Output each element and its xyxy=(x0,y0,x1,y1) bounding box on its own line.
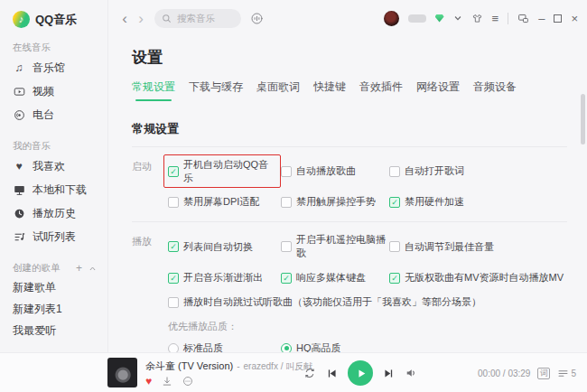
previous-track-icon[interactable] xyxy=(326,368,338,379)
time-display: 00:00 / 03:29 xyxy=(478,369,530,378)
checkbox-fade-in-out[interactable]: 开启音乐渐进渐出 xyxy=(168,271,281,285)
sidebar-item-my-best-loved[interactable]: 我最爱听 xyxy=(13,320,107,341)
sidebar-item-radio[interactable]: 电台 xyxy=(13,103,107,126)
sidebar-item-music-hall[interactable]: 音乐馆 xyxy=(13,56,107,79)
search-box[interactable] xyxy=(154,9,241,28)
video-icon xyxy=(13,86,25,98)
checkbox-checked-icon xyxy=(168,273,179,284)
qq-music-window: QQ音乐 在线音乐 音乐馆 视频 电台 xyxy=(0,0,587,392)
skin-theme-icon[interactable] xyxy=(471,13,483,24)
sidebar-item-video[interactable]: 视频 xyxy=(13,79,107,103)
checkbox-disable-touch-gestures[interactable]: 禁用触屏操控手势 xyxy=(281,195,389,209)
checkbox-play-mv-no-copyright[interactable]: 无版权歌曲有MV资源时自动播放MV xyxy=(389,271,564,285)
checkbox-disable-dpi[interactable]: 禁用屏幕DPI适配 xyxy=(168,195,281,209)
tab-network-settings[interactable]: 网络设置 xyxy=(416,79,460,101)
titlebar-separator xyxy=(508,13,508,24)
sidebar-item-play-history[interactable]: 播放历史 xyxy=(13,201,107,225)
checkbox-checked-icon xyxy=(168,241,179,252)
close-button[interactable] xyxy=(571,13,578,24)
sidebar-section-online-music: 在线音乐 xyxy=(13,42,107,54)
radio-selected-icon xyxy=(281,343,292,353)
song-artists[interactable]: erazedfx / 叫反献 xyxy=(244,360,313,373)
volume-icon[interactable] xyxy=(405,367,417,379)
tab-general-settings[interactable]: 常规设置 xyxy=(132,79,175,101)
forward-button[interactable] xyxy=(133,11,149,26)
minimize-button[interactable] xyxy=(538,13,545,24)
play-queue-button[interactable]: 5 xyxy=(557,368,576,379)
username-blurred xyxy=(408,14,426,23)
sidebar: QQ音乐 在线音乐 音乐馆 视频 电台 xyxy=(0,0,108,352)
add-playlist-icon[interactable] xyxy=(76,263,82,274)
checkbox-auto-open-lyrics[interactable]: 自动打开歌词 xyxy=(389,164,464,178)
next-track-icon[interactable] xyxy=(383,368,395,379)
lyrics-toggle[interactable]: 词 xyxy=(537,368,550,379)
checkbox-skip-trial-songs[interactable]: 播放时自动跳过试听歌曲（该功能仅适用于「我喜欢」等部分场景） xyxy=(168,295,481,309)
section-title: 常规设置 xyxy=(132,121,567,137)
checkbox-phone-remote[interactable]: 开启手机遥控电脑播歌 xyxy=(281,233,389,260)
sidebar-item-new-list-1[interactable]: 新建列表1 xyxy=(13,298,107,320)
queue-count: 5 xyxy=(571,369,576,378)
sidebar-item-trial-list[interactable]: 试听列表 xyxy=(13,225,107,248)
play-button[interactable] xyxy=(348,360,373,386)
heart-icon xyxy=(13,161,25,172)
checkbox-checked-icon xyxy=(389,273,400,284)
search-icon xyxy=(162,14,172,23)
highlight-box: 开机自动启动QQ音乐 xyxy=(163,154,281,188)
like-heart-icon[interactable] xyxy=(145,376,152,387)
playback-settings-group: 播放 列表间自动切换 开启手机遥控电脑播歌 自动调节到最 xyxy=(132,222,567,352)
music-recognition-icon[interactable] xyxy=(250,12,264,25)
sidebar-item-local-downloads[interactable]: 本地和下载 xyxy=(13,178,107,201)
more-options-icon[interactable] xyxy=(182,376,193,387)
tab-download-cache[interactable]: 下载与缓存 xyxy=(189,79,243,101)
radio-icon xyxy=(168,343,179,353)
tab-sound-plugins[interactable]: 音效插件 xyxy=(359,79,403,101)
sidebar-item-new-playlist[interactable]: 新建歌单 xyxy=(13,276,107,298)
radio-hq-quality[interactable]: HQ高品质 xyxy=(281,341,341,352)
tab-desktop-lyrics[interactable]: 桌面歌词 xyxy=(256,79,300,101)
maximize-button[interactable] xyxy=(554,14,562,23)
app-name: QQ音乐 xyxy=(35,12,77,28)
loop-mode-icon[interactable] xyxy=(303,367,316,379)
titlebar xyxy=(109,0,587,36)
checkbox-checked-icon xyxy=(389,197,400,208)
sidebar-section-my-music: 我的音乐 xyxy=(13,140,107,153)
settings-page: 设置 常规设置 下载与缓存 桌面歌词 快捷键 音效插件 网络设置 音频设备 常规… xyxy=(109,36,587,352)
checkbox-auto-switch-lists[interactable]: 列表间自动切换 xyxy=(168,240,281,254)
checkbox-autostart-qqmusic[interactable]: 开机自动启动QQ音乐 xyxy=(168,158,281,184)
checkbox-icon xyxy=(168,197,179,208)
tab-audio-devices[interactable]: 音频设备 xyxy=(473,79,517,101)
collapse-created-icon[interactable] xyxy=(89,265,97,273)
settings-tabs: 常规设置 下载与缓存 桌面歌词 快捷键 音效插件 网络设置 音频设备 xyxy=(132,79,567,101)
app-logo[interactable]: QQ音乐 xyxy=(13,11,107,28)
checkbox-icon xyxy=(281,166,292,177)
qq-music-logo-icon xyxy=(13,11,30,28)
trial-list-icon xyxy=(13,231,25,243)
checkbox-autoplay-song[interactable]: 自动播放歌曲 xyxy=(281,164,389,178)
player-bar: 余斗童 (TV Version) - erazedfx / 叫反献 xyxy=(0,352,587,392)
checkbox-checked-icon xyxy=(168,166,179,177)
sidebar-item-my-favorites[interactable]: 我喜欢 xyxy=(13,154,107,178)
quality-label: 优先播放品质： xyxy=(168,320,567,333)
checkbox-auto-best-volume[interactable]: 自动调节到最佳音量 xyxy=(389,240,494,254)
checkbox-icon xyxy=(389,241,400,252)
scrollbar-thumb[interactable] xyxy=(581,94,585,145)
group-label-startup: 启动 xyxy=(132,158,168,219)
mini-player-icon[interactable] xyxy=(517,13,529,24)
search-input[interactable] xyxy=(175,12,242,24)
vip-diamond-icon[interactable] xyxy=(435,14,444,23)
checkbox-icon xyxy=(281,197,292,208)
radio-standard-quality[interactable]: 标准品质 xyxy=(168,341,281,352)
back-button[interactable] xyxy=(116,11,133,26)
checkbox-disable-hardware-accel[interactable]: 禁用硬件加速 xyxy=(389,195,464,209)
checkbox-media-keys[interactable]: 响应多媒体键盘 xyxy=(281,271,389,285)
song-title[interactable]: 余斗童 (TV Version) xyxy=(145,359,233,373)
tab-shortcuts[interactable]: 快捷键 xyxy=(313,79,346,101)
album-art[interactable] xyxy=(107,358,137,387)
main-menu-icon[interactable] xyxy=(492,13,499,24)
download-icon[interactable] xyxy=(162,376,172,387)
user-avatar[interactable] xyxy=(384,11,399,26)
startup-settings-group: 启动 开机自动启动QQ音乐 自动播放歌曲 xyxy=(132,147,567,221)
checkbox-icon xyxy=(281,241,292,252)
chevron-down-icon[interactable] xyxy=(453,14,462,23)
group-label-playback: 播放 xyxy=(132,233,168,352)
